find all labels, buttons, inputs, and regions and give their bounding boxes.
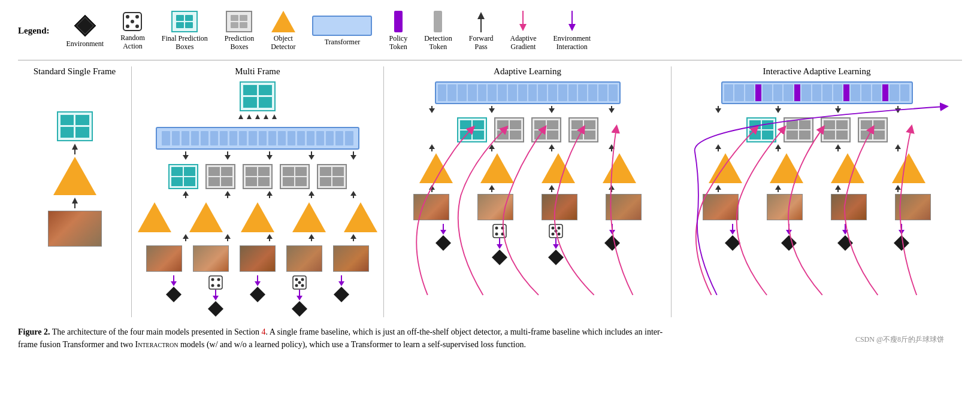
svg-marker-80 [549,108,555,113]
ssf-content [24,81,125,247]
svg-marker-47 [350,234,356,239]
adapt-imgs-row [413,194,642,220]
svg-marker-78 [489,108,495,113]
iact-transformer [721,81,913,104]
legend-final-pred-label: Final PredictionBoxes [162,34,208,51]
svg-marker-129 [835,108,841,113]
svg-marker-117 [553,244,559,249]
svg-marker-15 [72,144,78,150]
svg-marker-141 [715,185,721,190]
svg-marker-92 [429,185,435,190]
svg-point-66 [301,284,304,287]
legend-object-detector-label: ObjectDetector [271,34,295,51]
svg-marker-156 [837,235,853,251]
diamond-icon [73,14,97,38]
mf-diamond-0 [165,286,182,303]
legend-transformer: Transformer [312,16,372,46]
svg-point-104 [501,226,504,229]
svg-marker-145 [835,185,841,190]
svg-point-55 [217,284,220,287]
mf-bottom-row [156,275,359,317]
mf-det-0 [168,164,198,189]
adapt-img-2 [542,194,577,220]
interactive-content [677,81,956,251]
adapt-det-0 [457,117,487,142]
svg-point-106 [501,232,504,235]
ssf-cell-2 [75,115,89,126]
svg-marker-50 [166,287,182,302]
svg-marker-61 [250,287,265,302]
adapt-tri-2 [542,153,575,183]
svg-marker-13 [568,24,576,31]
mf-img-3 [286,245,322,272]
svg-marker-158 [899,230,905,235]
svg-point-105 [495,232,498,235]
iact-tri-1 [770,153,803,183]
adapt-diamond-0 [435,235,452,251]
figure-label: Figure 2. [18,327,50,336]
svg-point-53 [217,278,220,281]
mf-det-1 [205,164,235,189]
svg-marker-143 [775,185,781,190]
section-interactive: Interactive Adaptive Learning [672,66,962,317]
svg-marker-57 [213,296,219,300]
mf-top-cell-4 [259,97,273,108]
legend-transformer-label: Transformer [325,38,361,46]
svg-marker-100 [440,230,446,235]
svg-marker-11 [519,24,527,31]
iact-img-1 [767,194,803,220]
mf-det-2 [243,164,273,189]
svg-point-6 [135,25,139,28]
svg-marker-86 [489,144,495,149]
svg-marker-152 [786,230,792,235]
svg-marker-108 [497,244,503,249]
svg-marker-84 [429,144,435,149]
legend-policy-token-label: PolicyToken [389,34,407,51]
legend-env-interaction: EnvironmentInteraction [553,11,591,51]
svg-marker-29 [183,191,189,196]
iact-img-2 [831,194,867,220]
svg-point-111 [551,226,554,229]
legend-final-pred: Final PredictionBoxes [162,11,208,51]
mf-content [138,81,377,317]
ssf-image [48,211,102,247]
watermark: CSDN @不瘦8斤的乒球球饼 [855,335,944,345]
adapt-arrows-img [399,185,657,192]
mf-arrows-img [150,234,365,241]
svg-marker-17 [72,198,78,204]
legend-env-interaction-label: EnvironmentInteraction [553,34,591,51]
iact-det-1 [784,117,813,142]
adapt-content [390,81,665,266]
caption-area: Figure 2. The architecture of the four m… [18,326,962,351]
adapt-tri-0 [419,153,453,183]
mf-top-cell-1 [243,85,257,96]
adapt-arrows-up-2 [399,144,657,151]
iact-imgs-row [703,194,931,220]
ssf-arrow-2 [70,198,80,208]
svg-marker-70 [292,301,307,317]
legend-adaptive-gradient: AdaptiveGradient [510,11,536,51]
legend-environment: Environment [66,14,104,48]
section-multiframe: Multi Frame [132,66,384,317]
svg-point-7 [131,20,134,23]
svg-marker-153 [781,235,797,251]
svg-marker-72 [338,281,344,286]
svg-point-114 [557,232,560,235]
mf-tri-4 [344,202,377,232]
legend-random-action-label: RandomAction [120,34,145,51]
svg-point-115 [554,229,557,232]
mf-purple-arrow-0 [169,275,179,286]
mf-transformer [156,127,359,150]
svg-point-113 [551,232,554,235]
svg-marker-118 [548,250,564,265]
svg-marker-120 [609,230,615,235]
mf-tri-3 [292,202,326,232]
adaptive-gradient-icon [517,11,529,32]
caption-smallcaps: Interactron [135,340,179,349]
caption-ref[interactable]: 4 [262,327,266,336]
svg-point-103 [495,226,498,229]
section-multiframe-title: Multi Frame [138,66,377,77]
mf-top-cell-2 [259,85,273,96]
svg-marker-155 [842,230,848,235]
iact-bottom-row [715,224,919,251]
